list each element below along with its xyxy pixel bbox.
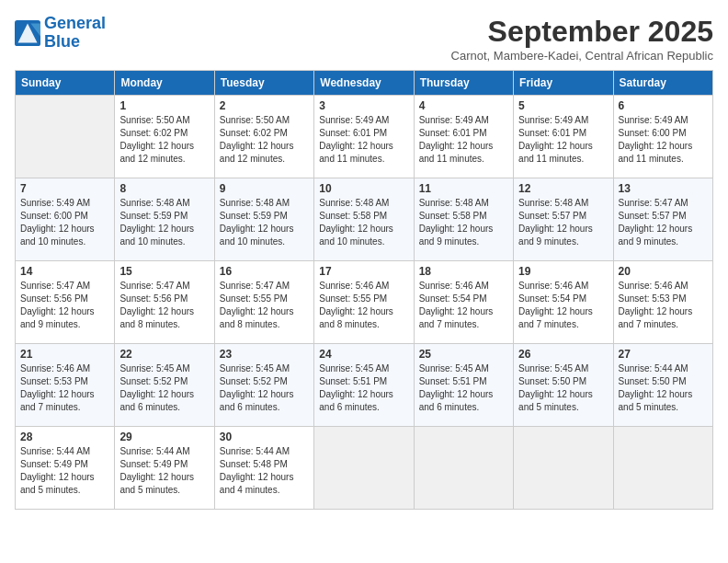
calendar-cell (414, 427, 513, 510)
calendar-cell: 17Sunrise: 5:46 AM Sunset: 5:55 PM Dayli… (314, 261, 414, 344)
calendar-cell: 3Sunrise: 5:49 AM Sunset: 6:01 PM Daylig… (314, 96, 414, 178)
calendar-week-3: 14Sunrise: 5:47 AM Sunset: 5:56 PM Dayli… (16, 261, 713, 344)
day-number: 20 (619, 265, 708, 278)
day-info: Sunrise: 5:48 AM Sunset: 5:58 PM Dayligh… (319, 197, 408, 248)
day-info: Sunrise: 5:46 AM Sunset: 5:55 PM Dayligh… (319, 280, 408, 331)
day-number: 17 (319, 265, 408, 278)
day-number: 21 (20, 348, 109, 361)
logo-line2: Blue (44, 32, 80, 51)
day-info: Sunrise: 5:49 AM Sunset: 6:01 PM Dayligh… (419, 114, 508, 166)
day-info: Sunrise: 5:45 AM Sunset: 5:52 PM Dayligh… (220, 362, 309, 414)
col-header-sunday: Sunday (16, 71, 115, 96)
day-info: Sunrise: 5:44 AM Sunset: 5:49 PM Dayligh… (119, 445, 209, 497)
title-block: September 2025 Carnot, Mambere-Kadei, Ce… (451, 15, 713, 63)
day-info: Sunrise: 5:49 AM Sunset: 6:00 PM Dayligh… (20, 197, 109, 248)
col-header-tuesday: Tuesday (214, 71, 313, 96)
calendar-cell: 29Sunrise: 5:44 AM Sunset: 5:49 PM Dayli… (115, 427, 214, 510)
calendar-week-1: 1Sunrise: 5:50 AM Sunset: 6:02 PM Daylig… (16, 96, 713, 178)
day-number: 7 (20, 182, 109, 195)
day-info: Sunrise: 5:46 AM Sunset: 5:53 PM Dayligh… (20, 362, 109, 414)
day-number: 24 (319, 348, 408, 361)
calendar-week-5: 28Sunrise: 5:44 AM Sunset: 5:49 PM Dayli… (16, 427, 713, 510)
calendar-cell: 22Sunrise: 5:45 AM Sunset: 5:52 PM Dayli… (115, 344, 214, 427)
calendar-cell: 27Sunrise: 5:44 AM Sunset: 5:50 PM Dayli… (613, 344, 712, 427)
day-number: 11 (419, 182, 508, 195)
calendar-cell: 11Sunrise: 5:48 AM Sunset: 5:58 PM Dayli… (414, 178, 513, 261)
day-info: Sunrise: 5:45 AM Sunset: 5:52 PM Dayligh… (119, 362, 209, 414)
col-header-saturday: Saturday (613, 71, 712, 96)
day-number: 18 (419, 265, 508, 278)
calendar-cell: 5Sunrise: 5:49 AM Sunset: 6:01 PM Daylig… (514, 96, 613, 178)
day-info: Sunrise: 5:49 AM Sunset: 6:01 PM Dayligh… (319, 114, 408, 166)
col-header-friday: Friday (514, 71, 613, 96)
day-info: Sunrise: 5:50 AM Sunset: 6:02 PM Dayligh… (220, 114, 309, 166)
calendar-cell: 15Sunrise: 5:47 AM Sunset: 5:56 PM Dayli… (115, 261, 214, 344)
calendar-cell: 6Sunrise: 5:49 AM Sunset: 6:00 PM Daylig… (613, 96, 712, 178)
day-info: Sunrise: 5:48 AM Sunset: 5:59 PM Dayligh… (119, 197, 209, 248)
day-info: Sunrise: 5:47 AM Sunset: 5:57 PM Dayligh… (619, 197, 708, 248)
day-info: Sunrise: 5:49 AM Sunset: 6:01 PM Dayligh… (518, 114, 608, 166)
calendar-cell: 1Sunrise: 5:50 AM Sunset: 6:02 PM Daylig… (115, 96, 214, 178)
day-info: Sunrise: 5:46 AM Sunset: 5:54 PM Dayligh… (518, 280, 608, 331)
day-info: Sunrise: 5:47 AM Sunset: 5:56 PM Dayligh… (119, 280, 209, 331)
calendar-week-2: 7Sunrise: 5:49 AM Sunset: 6:00 PM Daylig… (16, 178, 713, 261)
calendar-cell: 28Sunrise: 5:44 AM Sunset: 5:49 PM Dayli… (16, 427, 115, 510)
day-info: Sunrise: 5:48 AM Sunset: 5:59 PM Dayligh… (220, 197, 309, 248)
calendar-cell: 18Sunrise: 5:46 AM Sunset: 5:54 PM Dayli… (414, 261, 513, 344)
day-info: Sunrise: 5:47 AM Sunset: 5:55 PM Dayligh… (220, 280, 309, 331)
day-info: Sunrise: 5:45 AM Sunset: 5:51 PM Dayligh… (319, 362, 408, 414)
day-number: 29 (119, 431, 209, 443)
calendar-cell: 7Sunrise: 5:49 AM Sunset: 6:00 PM Daylig… (16, 178, 115, 261)
calendar-cell: 8Sunrise: 5:48 AM Sunset: 5:59 PM Daylig… (115, 178, 214, 261)
day-info: Sunrise: 5:50 AM Sunset: 6:02 PM Dayligh… (119, 114, 209, 166)
calendar-cell: 16Sunrise: 5:47 AM Sunset: 5:55 PM Dayli… (214, 261, 313, 344)
calendar-cell: 21Sunrise: 5:46 AM Sunset: 5:53 PM Dayli… (16, 344, 115, 427)
calendar-cell (613, 427, 712, 510)
day-number: 12 (518, 182, 608, 195)
day-number: 13 (619, 182, 708, 195)
calendar-cell: 23Sunrise: 5:45 AM Sunset: 5:52 PM Dayli… (214, 344, 313, 427)
logo-line1: General (44, 14, 106, 32)
day-number: 5 (518, 99, 608, 112)
calendar-cell: 2Sunrise: 5:50 AM Sunset: 6:02 PM Daylig… (214, 96, 313, 178)
month-title: September 2025 (451, 15, 713, 49)
day-number: 25 (419, 348, 508, 361)
day-number: 14 (20, 265, 109, 278)
logo-icon (15, 20, 40, 46)
calendar-cell: 12Sunrise: 5:48 AM Sunset: 5:57 PM Dayli… (514, 178, 613, 261)
day-number: 28 (20, 431, 109, 443)
calendar-cell: 10Sunrise: 5:48 AM Sunset: 5:58 PM Dayli… (314, 178, 414, 261)
col-header-thursday: Thursday (414, 71, 513, 96)
col-header-monday: Monday (115, 71, 214, 96)
calendar-cell: 25Sunrise: 5:45 AM Sunset: 5:51 PM Dayli… (414, 344, 513, 427)
day-info: Sunrise: 5:44 AM Sunset: 5:48 PM Dayligh… (220, 445, 309, 497)
calendar-cell: 4Sunrise: 5:49 AM Sunset: 6:01 PM Daylig… (414, 96, 513, 178)
day-info: Sunrise: 5:44 AM Sunset: 5:49 PM Dayligh… (20, 445, 109, 497)
calendar-cell: 30Sunrise: 5:44 AM Sunset: 5:48 PM Dayli… (214, 427, 313, 510)
calendar-cell: 9Sunrise: 5:48 AM Sunset: 5:59 PM Daylig… (214, 178, 313, 261)
day-info: Sunrise: 5:44 AM Sunset: 5:50 PM Dayligh… (619, 362, 708, 414)
day-number: 30 (220, 431, 309, 443)
day-number: 6 (619, 99, 708, 112)
day-number: 16 (220, 265, 309, 278)
calendar-subtitle: Carnot, Mambere-Kadei, Central African R… (451, 49, 713, 63)
calendar-cell: 20Sunrise: 5:46 AM Sunset: 5:53 PM Dayli… (613, 261, 712, 344)
day-info: Sunrise: 5:49 AM Sunset: 6:00 PM Dayligh… (619, 114, 708, 166)
logo-text: General Blue (44, 15, 106, 52)
day-info: Sunrise: 5:45 AM Sunset: 5:51 PM Dayligh… (419, 362, 508, 414)
day-number: 8 (119, 182, 209, 195)
calendar-cell: 13Sunrise: 5:47 AM Sunset: 5:57 PM Dayli… (613, 178, 712, 261)
calendar-cell (16, 96, 115, 178)
calendar-header-row: SundayMondayTuesdayWednesdayThursdayFrid… (16, 71, 713, 96)
day-info: Sunrise: 5:47 AM Sunset: 5:56 PM Dayligh… (20, 280, 109, 331)
calendar-table: SundayMondayTuesdayWednesdayThursdayFrid… (15, 70, 713, 510)
day-number: 15 (119, 265, 209, 278)
day-number: 27 (619, 348, 708, 361)
day-number: 26 (518, 348, 608, 361)
day-number: 10 (319, 182, 408, 195)
day-info: Sunrise: 5:48 AM Sunset: 5:57 PM Dayligh… (518, 197, 608, 248)
day-number: 9 (220, 182, 309, 195)
calendar-cell: 14Sunrise: 5:47 AM Sunset: 5:56 PM Dayli… (16, 261, 115, 344)
calendar-week-4: 21Sunrise: 5:46 AM Sunset: 5:53 PM Dayli… (16, 344, 713, 427)
day-number: 3 (319, 99, 408, 112)
